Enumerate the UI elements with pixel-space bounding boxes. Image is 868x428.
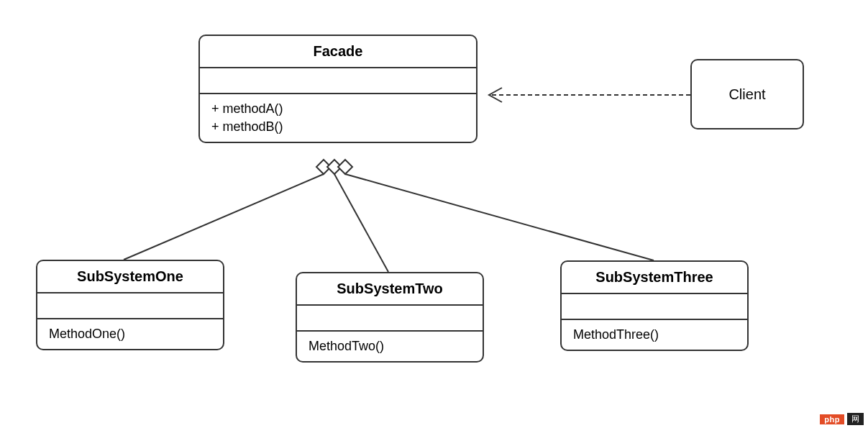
subsystem-three-name: SubSystemThree bbox=[562, 262, 747, 294]
client-class-name: Client bbox=[728, 86, 765, 103]
subsystem-one-method: MethodOne() bbox=[49, 325, 211, 343]
svg-line-4 bbox=[334, 174, 388, 272]
subsystem-one-name: SubSystemOne bbox=[37, 261, 223, 293]
watermark-php-badge: php bbox=[820, 414, 844, 424]
subsystem-two-name: SubSystemTwo bbox=[297, 273, 483, 306]
svg-line-2 bbox=[124, 174, 324, 260]
watermark-cn-badge: 网 bbox=[847, 413, 864, 425]
svg-marker-3 bbox=[327, 160, 342, 174]
subsystem-one-box: SubSystemOne MethodOne() bbox=[36, 260, 224, 350]
facade-method-a: + methodA() bbox=[211, 100, 465, 118]
svg-line-6 bbox=[345, 174, 654, 260]
subsystem-one-methods: MethodOne() bbox=[37, 319, 223, 349]
facade-attrs-compartment bbox=[200, 68, 476, 94]
subsystem-three-methods: MethodThree() bbox=[562, 320, 747, 350]
subsystem-two-methods: MethodTwo() bbox=[297, 332, 483, 361]
facade-class-name: Facade bbox=[200, 36, 476, 68]
subsystem-three-box: SubSystemThree MethodThree() bbox=[560, 260, 749, 351]
subsystem-two-attrs bbox=[297, 306, 483, 332]
subsystem-three-attrs bbox=[562, 294, 747, 320]
svg-marker-1 bbox=[316, 160, 331, 174]
facade-method-b: + methodB() bbox=[211, 118, 465, 136]
watermark: php 网 bbox=[820, 413, 864, 425]
subsystem-two-method: MethodTwo() bbox=[309, 337, 471, 355]
svg-marker-5 bbox=[338, 160, 352, 174]
client-class-box: Client bbox=[690, 59, 804, 129]
facade-class-box: Facade + methodA() + methodB() bbox=[198, 35, 478, 143]
facade-methods-compartment: + methodA() + methodB() bbox=[200, 94, 476, 142]
subsystem-two-box: SubSystemTwo MethodTwo() bbox=[296, 272, 484, 363]
subsystem-one-attrs bbox=[37, 293, 223, 319]
subsystem-three-method: MethodThree() bbox=[573, 326, 736, 344]
